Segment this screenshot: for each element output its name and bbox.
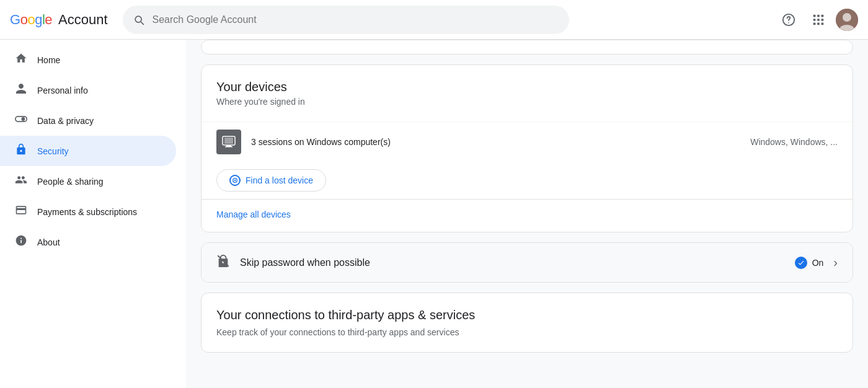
- devices-card-header: Your devices Where you're signed in: [202, 65, 852, 121]
- third-party-subtitle: Keep track of your connections to third-…: [216, 327, 838, 337]
- main-content: Your devices Where you're signed in 3 se…: [186, 40, 868, 388]
- skip-password-icon: [216, 254, 230, 271]
- search-input[interactable]: [153, 14, 559, 25]
- svg-point-21: [234, 180, 236, 182]
- device-detail: Windows, Windows, ...: [750, 137, 838, 147]
- third-party-title: Your connections to third-party apps & s…: [216, 308, 838, 322]
- find-device-icon: [229, 175, 241, 186]
- device-row[interactable]: 3 sessions on Windows computer(s) Window…: [202, 121, 852, 162]
- devices-card-subtitle: Where you're signed in: [216, 97, 838, 107]
- google-wordmark: Google: [10, 12, 52, 28]
- help-button[interactable]: [776, 7, 801, 32]
- sidebar-item-home[interactable]: Home: [0, 45, 176, 75]
- svg-rect-9: [817, 22, 820, 25]
- top-stub-card: [201, 40, 853, 55]
- skip-password-row[interactable]: Skip password when possible On ›: [202, 243, 852, 282]
- svg-rect-10: [822, 22, 824, 25]
- header-actions: [776, 7, 858, 32]
- sidebar-item-people-sharing-label: People & sharing: [37, 177, 104, 187]
- device-info: 3 sessions on Windows computer(s): [251, 137, 750, 147]
- skip-password-status-text: On: [812, 258, 824, 268]
- apps-button[interactable]: [806, 7, 831, 32]
- toggle-icon: [15, 113, 27, 128]
- help-icon: [782, 13, 795, 27]
- skip-password-card: Skip password when possible On ›: [201, 242, 853, 283]
- status-check-icon: [795, 257, 807, 269]
- app-header: Google Account: [0, 0, 868, 40]
- person-icon: [15, 82, 27, 98]
- sidebar-item-payments[interactable]: Payments & subscriptions: [0, 196, 176, 227]
- skip-password-status: On: [795, 257, 824, 269]
- search-bar[interactable]: [123, 6, 569, 34]
- account-wordmark: Account: [58, 12, 108, 28]
- google-account-logo[interactable]: Google Account: [10, 12, 108, 28]
- info-icon: [15, 234, 27, 250]
- sidebar-item-personal-info-label: Personal info: [37, 86, 88, 95]
- svg-rect-3: [817, 14, 820, 17]
- sidebar-item-people-sharing[interactable]: People & sharing: [0, 166, 176, 196]
- find-lost-device-label: Find a lost device: [246, 175, 313, 185]
- chevron-right-icon: ›: [833, 255, 838, 270]
- svg-rect-14: [16, 117, 27, 121]
- sidebar-item-about-label: About: [37, 237, 60, 247]
- sidebar: Home Personal info Data & privacy Securi…: [0, 40, 186, 388]
- main-layout: Home Personal info Data & privacy Securi…: [0, 40, 868, 388]
- find-device-section: Find a lost device: [202, 162, 852, 199]
- sidebar-item-data-privacy[interactable]: Data & privacy: [0, 105, 176, 136]
- apps-icon: [812, 13, 825, 27]
- third-party-card-content: Your connections to third-party apps & s…: [202, 293, 852, 352]
- search-icon: [133, 14, 145, 26]
- svg-rect-2: [813, 14, 816, 17]
- third-party-card: Your connections to third-party apps & s…: [201, 293, 853, 353]
- svg-point-1: [788, 22, 789, 23]
- sidebar-item-home-label: Home: [37, 55, 60, 65]
- find-lost-device-button[interactable]: Find a lost device: [216, 169, 326, 192]
- svg-point-15: [21, 117, 25, 121]
- sidebar-item-security[interactable]: Security: [0, 136, 176, 166]
- svg-rect-8: [813, 22, 816, 25]
- devices-card-title: Your devices: [216, 80, 838, 94]
- sidebar-item-payments-label: Payments & subscriptions: [37, 207, 137, 217]
- home-icon: [15, 52, 27, 68]
- sidebar-item-about[interactable]: About: [0, 227, 176, 257]
- sidebar-item-security-label: Security: [37, 146, 69, 156]
- skip-password-label: Skip password when possible: [240, 257, 795, 268]
- svg-rect-6: [817, 19, 820, 21]
- svg-rect-18: [226, 145, 231, 146]
- card-icon: [15, 204, 27, 219]
- manage-all-devices-link[interactable]: Manage all devices: [202, 202, 306, 232]
- device-sessions: 3 sessions on Windows computer(s): [251, 137, 750, 147]
- svg-rect-4: [822, 14, 824, 17]
- manage-devices-section: Manage all devices: [202, 199, 852, 232]
- sidebar-item-personal-info[interactable]: Personal info: [0, 75, 176, 105]
- people-icon: [15, 174, 27, 189]
- device-icon: [216, 130, 241, 154]
- svg-rect-17: [224, 138, 233, 144]
- lock-icon: [15, 143, 27, 159]
- svg-rect-5: [813, 19, 816, 21]
- svg-rect-19: [225, 146, 232, 148]
- avatar[interactable]: [836, 9, 858, 31]
- svg-point-12: [843, 13, 851, 22]
- sidebar-item-data-privacy-label: Data & privacy: [37, 116, 94, 126]
- svg-rect-7: [822, 19, 824, 21]
- devices-card: Your devices Where you're signed in 3 se…: [201, 64, 853, 232]
- avatar-image: [836, 9, 858, 31]
